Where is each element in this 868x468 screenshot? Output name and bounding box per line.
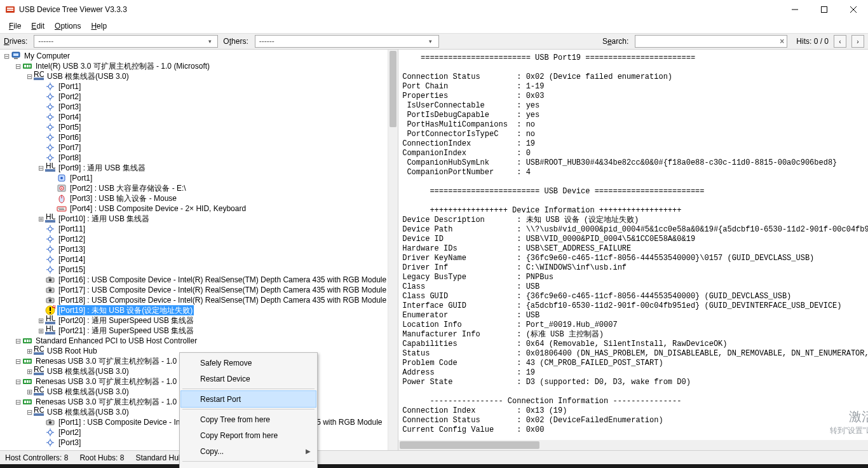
next-hit-button[interactable]: ›	[851, 35, 864, 48]
tree-node[interactable]: ·[Port5]	[3, 122, 388, 132]
collapse-icon[interactable]: ⊟	[14, 397, 22, 407]
svg-point-62	[61, 188, 62, 189]
minimize-button[interactable]	[780, 0, 810, 19]
tree-node[interactable]: ·[Port1]	[3, 173, 388, 183]
drives-combo[interactable]: ------ ▾	[34, 35, 218, 48]
search-input[interactable]: ×	[635, 35, 787, 48]
scrollbar-thumb[interactable]	[400, 441, 539, 449]
tree-node[interactable]: ⊟HUB[Port9] : 通用 USB 集线器	[3, 163, 388, 173]
menu-options[interactable]: Options	[50, 20, 86, 32]
port-icon	[45, 142, 55, 153]
scrollbar-thumb[interactable]	[390, 51, 397, 127]
detail-text[interactable]: ======================== USB Port19 ====…	[398, 50, 868, 450]
port-icon	[45, 92, 55, 102]
tree-node[interactable]: ·[Port2] : USB 大容量存储设备 - E:\	[3, 183, 388, 193]
close-button[interactable]	[839, 0, 868, 19]
tree-node[interactable]: ·[Port3] : USB 输入设备 - Mouse	[3, 193, 388, 203]
detail-scrollbar-h[interactable]	[398, 440, 868, 450]
tree-node[interactable]: ·[Port18] : USB Composite Device - Intel…	[3, 295, 388, 305]
roothub-icon: ROOT	[34, 346, 44, 356]
svg-rect-113	[45, 332, 55, 334]
tree-node-label: My Computer	[23, 51, 71, 61]
tree-node[interactable]: ·[Port14]	[3, 254, 388, 265]
svg-text:43: 43	[52, 305, 55, 311]
menu-file[interactable]: File	[4, 20, 26, 32]
tree-node-label: [Port2] : USB 大容量存储设备 - E:\	[69, 183, 187, 193]
tree-scrollbar[interactable]	[388, 50, 398, 450]
tree-node[interactable]: ⊞HUB[Port21] : 通用 SuperSpeed USB 集线器	[3, 326, 388, 336]
svg-rect-108	[50, 312, 51, 313]
prev-hit-button[interactable]: ‹	[834, 35, 846, 48]
others-combo[interactable]: ------ ▾	[255, 35, 439, 48]
svg-point-141	[48, 430, 52, 434]
collapse-icon[interactable]: ⊟	[14, 356, 22, 366]
collapse-icon[interactable]: ⊟	[14, 61, 22, 71]
search-text[interactable]	[639, 37, 784, 46]
tree-node-label: [Port3]	[57, 437, 82, 448]
hits-label: Hits: 0 / 0	[796, 37, 829, 46]
expand-icon[interactable]: ⊞	[37, 326, 44, 336]
port-icon	[45, 132, 55, 142]
tree-node[interactable]: ⊟My Computer	[3, 51, 388, 61]
ctx-device-properties[interactable]: Device Properties	[181, 464, 316, 468]
expand-icon[interactable]: ⊞	[37, 315, 44, 326]
tree-node[interactable]: ·[Port8]	[3, 153, 388, 163]
tree-node[interactable]: ·[Port2]	[3, 92, 388, 102]
expand-icon[interactable]: ⊞	[37, 214, 44, 224]
svg-point-51	[48, 156, 52, 160]
expand-icon[interactable]: ⊞	[25, 387, 33, 397]
svg-rect-2	[7, 10, 13, 11]
ctx-copy-report[interactable]: Copy Report from here	[181, 427, 316, 443]
ctx-restart-device[interactable]: Restart Device	[181, 371, 316, 387]
tree-node[interactable]: ⊞HUB[Port20] : 通用 SuperSpeed USB 集线器	[3, 315, 388, 326]
tree-node[interactable]: ·[Port4]	[3, 112, 388, 122]
tree-node[interactable]: ·[Port15]	[3, 265, 388, 275]
tree-node[interactable]: ·[Port11]	[3, 224, 388, 234]
svg-point-104	[49, 299, 51, 301]
tree-node-label: USB 根集线器(USB 3.0)	[46, 366, 130, 376]
ctx-restart-port[interactable]: Restart Port	[181, 391, 316, 407]
svg-rect-66	[58, 208, 60, 209]
tree-node[interactable]: ·[Port7]	[3, 142, 388, 153]
tree-node[interactable]: ·[Port16] : USB Composite Device - Intel…	[3, 275, 388, 285]
submenu-arrow-icon: ▶	[306, 448, 311, 455]
tree-node[interactable]: ·43[Port19] : 未知 USB 设备(设定地址失败)	[3, 305, 388, 315]
collapse-icon[interactable]: ⊟	[14, 376, 22, 387]
tree-node[interactable]: ⊟Intel(R) USB 3.0 可扩展主机控制器 - 1.0 (Micros…	[3, 61, 388, 71]
ctx-copy[interactable]: Copy...▶	[181, 443, 316, 459]
svg-point-82	[48, 247, 52, 251]
ctx-copy-tree[interactable]: Copy Tree from here	[181, 411, 316, 427]
tree-node[interactable]: ·[Port1]	[3, 81, 388, 92]
clear-search-icon[interactable]: ×	[780, 37, 784, 46]
tree-node-label: [Port10] : 通用 USB 集线器	[57, 214, 151, 224]
expand-icon[interactable]: ⊞	[25, 366, 33, 376]
tree-node[interactable]: ⊞HUB[Port10] : 通用 USB 集线器	[3, 214, 388, 224]
tree-node[interactable]: ·[Port4] : USB Composite Device - 2× HID…	[3, 203, 388, 214]
tree-node-label: [Port16] : USB Composite Device - Intel(…	[57, 275, 388, 285]
collapse-icon[interactable]: ⊟	[25, 71, 33, 81]
collapse-icon[interactable]: ⊟	[14, 336, 22, 346]
port-icon	[45, 427, 55, 437]
svg-rect-128	[27, 380, 29, 383]
port-icon	[45, 437, 55, 448]
tree-node[interactable]: ·[Port12]	[3, 234, 388, 244]
tree-node[interactable]: ⊟Standard Enhanced PCI to USB Host Contr…	[3, 336, 388, 346]
menu-edit[interactable]: Edit	[26, 20, 50, 32]
svg-point-101	[49, 289, 51, 291]
expand-icon[interactable]: ⊞	[25, 346, 33, 356]
ctx-safely-remove[interactable]: Safely Remove	[181, 355, 316, 371]
collapse-icon[interactable]: ⊟	[37, 163, 44, 173]
tree-node[interactable]: ·[Port6]	[3, 132, 388, 142]
menu-separator	[182, 461, 315, 462]
window-title: USB Device Tree Viewer V3.3.3	[19, 5, 127, 14]
svg-rect-1	[7, 8, 13, 9]
tree-node[interactable]: ·[Port3]	[3, 102, 388, 112]
tree-node-label: [Port21] : 通用 SuperSpeed USB 集线器	[57, 326, 195, 336]
collapse-icon[interactable]: ⊟	[25, 407, 33, 417]
collapse-icon[interactable]: ⊟	[3, 51, 10, 61]
tree-node[interactable]: ·[Port17] : USB Composite Device - Intel…	[3, 285, 388, 295]
tree-node[interactable]: ·[Port13]	[3, 244, 388, 254]
menu-help[interactable]: Help	[86, 20, 112, 32]
tree-node[interactable]: ⊟ROOTUSB 根集线器(USB 3.0)	[3, 71, 388, 81]
maximize-button[interactable]	[810, 0, 839, 19]
